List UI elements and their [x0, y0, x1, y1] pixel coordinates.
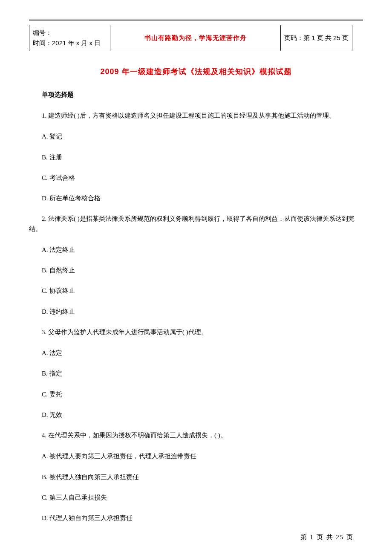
- question-stem: 2. 法律关系( )是指某类法律关系所规范的权利义务顺利得到履行，取得了各自的利…: [29, 214, 363, 234]
- doc-number-label: 编号：: [33, 28, 107, 38]
- question-option: D. 无效: [29, 410, 363, 420]
- header-table: 编号： 时间：2021 年 x 月 x 日 书山有路勤为径，学海无涯苦作舟 页码…: [29, 25, 352, 51]
- document-body: 2009 年一级建造师考试《法规及相关知识》模拟试题 单项选择题 1. 建造师经…: [29, 62, 363, 534]
- exam-title: 2009 年一级建造师考试《法规及相关知识》模拟试题: [29, 66, 363, 78]
- question-option: D. 代理人独自向第三人承担责任: [29, 513, 363, 523]
- question-option: A. 被代理人要向第三人承担责任，代理人承担连带责任: [29, 451, 363, 461]
- top-rule: [29, 20, 363, 20]
- question-option: A. 法定终止: [29, 245, 363, 255]
- question-option: B. 注册: [29, 153, 363, 162]
- question-option: B. 自然终止: [29, 266, 363, 275]
- question-option: C. 协议终止: [29, 286, 363, 296]
- question-option: D. 违约终止: [29, 307, 363, 317]
- doc-date-label: 时间：2021 年 x 月 x 日: [33, 38, 107, 48]
- question-stem: 4. 在代理关系中，如果因为授权不明确而给第三人造成损失，( )。: [29, 431, 363, 440]
- header-page-label: 页码：第 1 页 共 25 页: [281, 25, 352, 51]
- header-left-cell: 编号： 时间：2021 年 x 月 x 日: [29, 25, 110, 51]
- question-option: B. 指定: [29, 369, 363, 379]
- section-heading: 单项选择题: [29, 90, 363, 100]
- question-option: C. 考试合格: [29, 173, 363, 183]
- question-option: A. 法定: [29, 348, 363, 358]
- question-stem: 3. 父母作为监护人代理未成年人进行民事活动属于( )代理。: [29, 327, 363, 337]
- page-footer: 第 1 页 共 25 页: [300, 533, 354, 541]
- header-motto: 书山有路勤为径，学海无涯苦作舟: [110, 25, 281, 51]
- question-stem: 1. 建造师经( )后，方有资格以建造师名义担任建设工程项目施工的项目经理及从事…: [29, 111, 363, 121]
- question-option: D. 所在单位考核合格: [29, 194, 363, 203]
- question-option: C. 第三人自己承担损失: [29, 493, 363, 503]
- question-option: B. 被代理人独自向第三人承担责任: [29, 472, 363, 482]
- question-option: A. 登记: [29, 132, 363, 142]
- question-option: C. 委托: [29, 390, 363, 399]
